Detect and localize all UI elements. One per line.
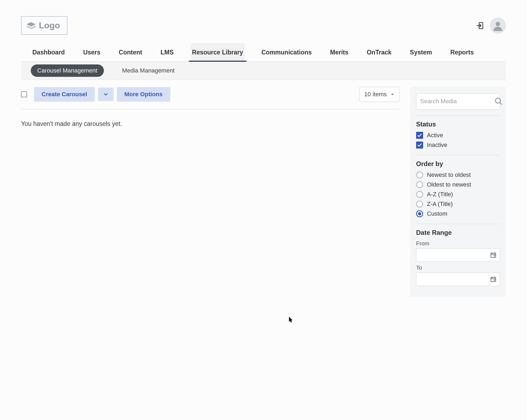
svg-rect-12	[491, 277, 496, 282]
svg-point-3	[496, 22, 500, 26]
caret-down-icon	[390, 91, 394, 98]
radio-icon	[416, 181, 423, 188]
empty-state-message: You haven't made any carousels yet.	[21, 120, 399, 128]
order-az-label: A-Z (Title)	[427, 191, 453, 198]
subnav-media-management[interactable]: Media Management	[116, 64, 181, 77]
items-per-page-label: 10 items	[364, 91, 387, 98]
svg-rect-9	[494, 255, 495, 256]
subnav-carousel-management[interactable]: Carousel Management	[31, 64, 104, 77]
date-to-input[interactable]	[416, 273, 500, 286]
date-to-label: To	[416, 264, 500, 271]
calendar-icon	[490, 252, 497, 258]
secondary-nav: Carousel Management Media Management	[21, 62, 506, 80]
order-za[interactable]: Z-A (Title)	[416, 201, 500, 208]
date-from-label: From	[416, 240, 500, 247]
nav-dashboard[interactable]: Dashboard	[31, 43, 66, 61]
nav-reports[interactable]: Reports	[449, 43, 475, 61]
chevron-down-icon	[103, 91, 109, 97]
logo-text: Logo	[39, 20, 60, 30]
order-az[interactable]: A-Z (Title)	[416, 191, 500, 198]
radio-icon	[416, 191, 423, 198]
order-by-title: Order by	[416, 160, 500, 168]
checkbox-checked-icon	[416, 132, 423, 139]
nav-merits[interactable]: Merits	[328, 43, 350, 61]
svg-rect-7	[491, 253, 496, 257]
order-za-label: Z-A (Title)	[427, 201, 453, 208]
svg-marker-4	[391, 94, 393, 95]
search-input[interactable]	[420, 98, 494, 105]
svg-rect-14	[494, 280, 495, 281]
svg-point-5	[495, 98, 501, 103]
order-oldest-label: Oldest to newest	[427, 181, 471, 188]
search-icon	[494, 97, 503, 106]
nav-ontrack[interactable]: OnTrack	[365, 43, 393, 61]
radio-icon	[416, 171, 423, 178]
checkbox-checked-icon	[416, 142, 423, 149]
logo[interactable]: Logo	[21, 16, 67, 35]
status-active[interactable]: Active	[416, 132, 500, 139]
items-per-page-dropdown[interactable]: 10 items	[359, 87, 399, 102]
primary-nav: Dashboard Users Content LMS Resource Lib…	[21, 43, 506, 62]
select-all-checkbox[interactable]	[21, 91, 27, 97]
status-active-label: Active	[427, 132, 443, 139]
nav-content[interactable]: Content	[117, 43, 144, 61]
more-options-button[interactable]: More Options	[117, 87, 170, 102]
nav-communications[interactable]: Communications	[260, 43, 314, 61]
sign-in-icon[interactable]	[476, 22, 484, 30]
radio-icon	[416, 201, 423, 208]
filters-panel: Status Active Inactive	[410, 87, 506, 297]
create-carousel-button[interactable]: Create Carousel	[34, 87, 95, 102]
nav-system[interactable]: System	[408, 43, 434, 61]
radio-selected-icon	[416, 210, 423, 217]
order-newest[interactable]: Newest to oldest	[416, 171, 500, 178]
order-custom[interactable]: Custom	[416, 210, 500, 217]
search-media[interactable]	[416, 93, 500, 109]
status-inactive[interactable]: Inactive	[416, 142, 500, 149]
date-from-input[interactable]	[416, 248, 500, 262]
svg-line-6	[500, 102, 502, 105]
logo-icon	[26, 22, 36, 29]
order-custom-label: Custom	[427, 210, 447, 217]
nav-lms[interactable]: LMS	[159, 43, 175, 61]
nav-users[interactable]: Users	[81, 43, 102, 61]
svg-marker-0	[26, 22, 36, 26]
date-range-title: Date Range	[416, 229, 500, 236]
order-newest-label: Newest to oldest	[427, 171, 471, 178]
order-oldest[interactable]: Oldest to newest	[416, 181, 500, 188]
status-inactive-label: Inactive	[427, 142, 447, 149]
avatar[interactable]	[490, 18, 506, 34]
cursor-icon	[289, 317, 294, 323]
nav-resource-library[interactable]: Resource Library	[191, 43, 245, 61]
calendar-icon	[490, 276, 497, 283]
create-carousel-dropdown[interactable]	[98, 88, 114, 101]
status-title: Status	[416, 121, 500, 128]
